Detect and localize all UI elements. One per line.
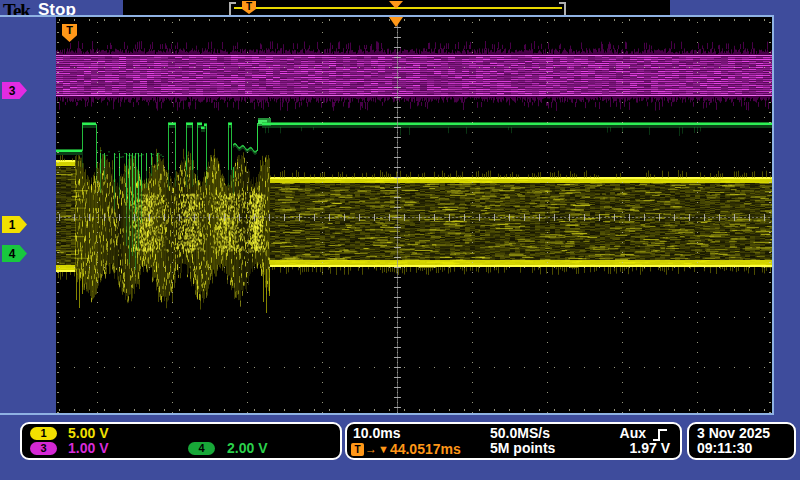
oscilloscope-screen: { "header": { "logo": "Tek", "status": "… — [0, 0, 800, 480]
timebase-readout: 10.0ms — [353, 425, 400, 441]
graticule-border-bottom — [0, 413, 774, 415]
graticule-border-right — [772, 15, 774, 415]
waveform-canvas[interactable] — [56, 17, 772, 413]
time-readout: 09:11:30 — [697, 440, 752, 456]
trigger-position-readout: T → ▼ 44.0517ms — [351, 441, 461, 457]
ch4-scale: 2.00 V — [227, 440, 267, 456]
tek-logo: Tek — [3, 0, 30, 22]
trigger-t-badge-icon: T — [351, 443, 364, 456]
ch3-scale: 1.00 V — [68, 440, 108, 456]
record-view-bar[interactable]: T — [123, 0, 670, 15]
ch1-scale: 5.00 V — [68, 425, 108, 441]
trigger-position-value: 44.0517ms — [390, 441, 461, 457]
ch1-badge[interactable]: 1 — [30, 427, 57, 440]
trigger-level-readout: 1.97 V — [630, 440, 670, 456]
trigger-marker-icon: ▼ — [378, 443, 389, 455]
trigger-source-readout: Aux — [620, 425, 646, 441]
channel-4-reference-marker[interactable]: 4 — [2, 245, 27, 262]
trigger-arrow-icon: → — [365, 442, 377, 456]
horizontal-trigger-readout-box[interactable]: 10.0ms 50.0MS/s Aux T → ▼ 44.0517ms 5M p… — [345, 422, 682, 460]
ch3-badge[interactable]: 3 — [30, 442, 57, 455]
channel-3-reference-marker[interactable]: 3 — [2, 82, 27, 99]
ch4-badge[interactable]: 4 — [188, 442, 215, 455]
date-readout: 3 Nov 2025 — [697, 425, 770, 441]
datetime-box[interactable]: 3 Nov 2025 09:11:30 — [687, 422, 796, 460]
channel-1-reference-marker[interactable]: 1 — [2, 216, 27, 233]
sample-rate-readout: 50.0MS/s — [490, 425, 550, 441]
record-expansion-point-icon — [389, 1, 403, 9]
channel-scale-readout-box[interactable]: 1 5.00 V 3 1.00 V 4 2.00 V — [20, 422, 342, 460]
expansion-point-icon[interactable] — [389, 17, 403, 27]
record-trigger-flag-icon: T — [242, 1, 256, 14]
record-length-readout: 5M points — [490, 440, 555, 456]
